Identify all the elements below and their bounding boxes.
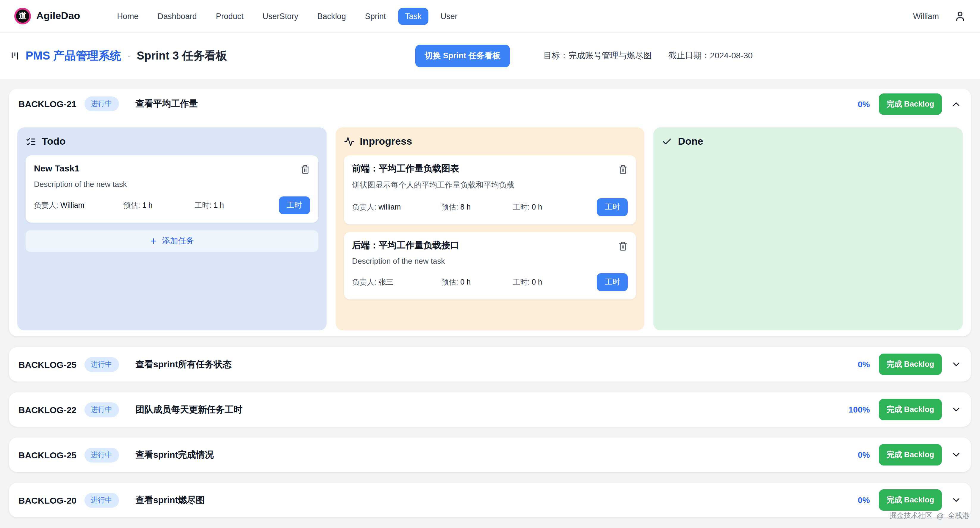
backlog-title: 查看平均工作量 bbox=[135, 98, 198, 110]
backlog-title: 团队成员每天更新任务工时 bbox=[135, 404, 242, 415]
estimate-value: 0 h bbox=[460, 278, 471, 286]
add-task-label: 添加任务 bbox=[162, 236, 194, 246]
nav-right: William bbox=[913, 10, 966, 22]
nav-item-userstory[interactable]: UserStory bbox=[256, 8, 305, 25]
estimate-label: 预估: bbox=[441, 278, 458, 286]
log-hours-button[interactable]: 工时 bbox=[597, 198, 628, 216]
log-hours-button[interactable]: 工时 bbox=[597, 273, 628, 291]
backlog-header[interactable]: BACKLOG-20 进行中 查看sprint燃尽图 0% 完成 Backlog bbox=[9, 483, 971, 517]
estimate-value: 1 h bbox=[142, 201, 153, 209]
backlog-id: BACKLOG-25 bbox=[18, 359, 76, 369]
main-content: BACKLOG-21 进行中 查看平均工作量 0% 完成 Backlog Tod… bbox=[0, 79, 980, 517]
complete-backlog-button[interactable]: 完成 Backlog bbox=[879, 93, 942, 115]
progress-percent: 0% bbox=[858, 495, 870, 505]
task-hours: 工时: 1 h bbox=[194, 200, 279, 211]
estimate-value: 8 h bbox=[460, 203, 471, 211]
complete-backlog-button[interactable]: 完成 Backlog bbox=[879, 354, 942, 375]
task-card[interactable]: 后端：平均工作量负载接口 Description of the new task… bbox=[344, 232, 636, 300]
nav-menu: HomeDashboardProductUserStoryBacklogSpri… bbox=[110, 8, 465, 25]
nav-item-product[interactable]: Product bbox=[209, 8, 251, 25]
task-card-header: 后端：平均工作量负载接口 bbox=[352, 240, 628, 251]
chevron-down-icon[interactable] bbox=[951, 495, 962, 506]
project-title[interactable]: PMS 产品管理系统 bbox=[25, 48, 121, 64]
task-meta: 负责人: William 预估: 1 h 工时: 1 h 工时 bbox=[34, 196, 310, 214]
column-header: Todo bbox=[25, 136, 318, 148]
activity-icon bbox=[344, 136, 354, 147]
backlog-header[interactable]: BACKLOG-21 进行中 查看平均工作量 0% 完成 Backlog bbox=[9, 89, 971, 119]
backlog-card-collapsed: BACKLOG-20 进行中 查看sprint燃尽图 0% 完成 Backlog bbox=[9, 483, 971, 517]
column-title: Done bbox=[678, 136, 703, 148]
trash-icon[interactable] bbox=[619, 241, 628, 251]
nav-item-sprint[interactable]: Sprint bbox=[358, 8, 393, 25]
backlog-card-collapsed: BACKLOG-25 进行中 查看sprint所有任务状态 0% 完成 Back… bbox=[9, 347, 971, 381]
backlog-header[interactable]: BACKLOG-25 进行中 查看sprint所有任务状态 0% 完成 Back… bbox=[9, 347, 971, 381]
estimate-label: 预估: bbox=[441, 203, 458, 211]
chevron-down-icon[interactable] bbox=[951, 359, 962, 370]
nav-item-dashboard[interactable]: Dashboard bbox=[150, 8, 204, 25]
brand-name: AgileDao bbox=[36, 10, 80, 22]
trash-icon[interactable] bbox=[300, 164, 310, 174]
progress-percent: 100% bbox=[848, 405, 870, 414]
hours-label: 工时: bbox=[512, 203, 530, 211]
task-description: Description of the new task bbox=[352, 257, 628, 265]
complete-backlog-button[interactable]: 完成 Backlog bbox=[879, 444, 942, 466]
nav-item-home[interactable]: Home bbox=[110, 8, 145, 25]
user-icon[interactable] bbox=[955, 10, 966, 22]
backlog-header-actions: 0% 完成 Backlog bbox=[858, 489, 962, 511]
backlog-header[interactable]: BACKLOG-22 进行中 团队成员每天更新任务工时 100% 完成 Back… bbox=[9, 392, 971, 427]
backlog-header-actions: 100% 完成 Backlog bbox=[848, 399, 962, 420]
column-title: Todo bbox=[41, 136, 66, 148]
backlog-id: BACKLOG-21 bbox=[18, 99, 76, 109]
status-badge: 进行中 bbox=[84, 447, 119, 462]
plus-icon bbox=[150, 237, 158, 245]
progress-percent: 0% bbox=[858, 99, 870, 108]
task-estimate: 预估: 0 h bbox=[441, 277, 512, 287]
task-card-header: New Task1 bbox=[34, 163, 310, 174]
backlog-id: BACKLOG-20 bbox=[18, 495, 76, 505]
watermark-community: 掘金技术社区 bbox=[889, 511, 932, 521]
assignee-label: 负责人: bbox=[352, 203, 376, 211]
column-done: Done bbox=[654, 128, 963, 330]
log-hours-button[interactable]: 工时 bbox=[279, 196, 310, 214]
logo-icon: 道 bbox=[14, 8, 31, 24]
backlog-id: BACKLOG-25 bbox=[18, 450, 76, 460]
chevron-down-icon[interactable] bbox=[951, 450, 962, 460]
add-task-button[interactable]: 添加任务 bbox=[25, 230, 318, 252]
kanban-icon bbox=[10, 51, 20, 61]
backlog-header[interactable]: BACKLOG-25 进行中 查看sprint完成情况 0% 完成 Backlo… bbox=[9, 437, 971, 472]
column-title: Inprogress bbox=[360, 136, 412, 148]
nav-item-user[interactable]: User bbox=[433, 8, 465, 25]
column-body: 前端：平均工作量负载图表 饼状图显示每个人的平均工作量负载和平均负载 负责人: … bbox=[344, 155, 636, 300]
task-card[interactable]: 前端：平均工作量负载图表 饼状图显示每个人的平均工作量负载和平均负载 负责人: … bbox=[344, 155, 636, 225]
task-assignee: 负责人: William bbox=[34, 200, 123, 211]
task-description: Description of the new task bbox=[34, 180, 310, 189]
trash-icon[interactable] bbox=[619, 164, 628, 174]
task-card[interactable]: New Task1 Description of the new task 负责… bbox=[25, 155, 318, 223]
complete-backlog-button[interactable]: 完成 Backlog bbox=[879, 489, 942, 511]
nav-item-backlog[interactable]: Backlog bbox=[310, 8, 353, 25]
check-icon bbox=[662, 136, 673, 147]
assignee-value: William bbox=[60, 201, 84, 209]
backlog-card-expanded: BACKLOG-21 进行中 查看平均工作量 0% 完成 Backlog Tod… bbox=[9, 89, 971, 336]
chevron-up-icon[interactable] bbox=[951, 99, 962, 109]
board-title: Sprint 3 任务看板 bbox=[137, 48, 227, 64]
nav-item-task[interactable]: Task bbox=[398, 8, 429, 25]
backlog-title: 查看sprint完成情况 bbox=[135, 449, 213, 461]
assignee-label: 负责人: bbox=[34, 201, 58, 209]
complete-backlog-button[interactable]: 完成 Backlog bbox=[879, 399, 942, 420]
task-hours: 工时: 0 h bbox=[512, 277, 597, 287]
progress-percent: 0% bbox=[858, 359, 870, 369]
switch-board-button[interactable]: 切换 Sprint 任务看板 bbox=[415, 45, 510, 67]
progress-percent: 0% bbox=[858, 450, 870, 459]
status-badge: 进行中 bbox=[84, 402, 119, 417]
estimate-label: 预估: bbox=[123, 201, 140, 209]
backlog-list: BACKLOG-25 进行中 查看sprint所有任务状态 0% 完成 Back… bbox=[9, 347, 971, 517]
task-assignee: 负责人: 张三 bbox=[352, 277, 441, 287]
title-separator: · bbox=[127, 49, 131, 62]
task-meta: 负责人: 张三 预估: 0 h 工时: 0 h 工时 bbox=[352, 273, 628, 291]
chevron-down-icon[interactable] bbox=[951, 404, 962, 415]
kanban-columns: Todo New Task1 Description of the new ta… bbox=[9, 119, 971, 336]
task-meta: 负责人: william 预估: 8 h 工时: 0 h 工时 bbox=[352, 198, 628, 216]
column-header: Inprogress bbox=[344, 136, 636, 148]
brand[interactable]: 道 AgileDao bbox=[14, 8, 80, 24]
